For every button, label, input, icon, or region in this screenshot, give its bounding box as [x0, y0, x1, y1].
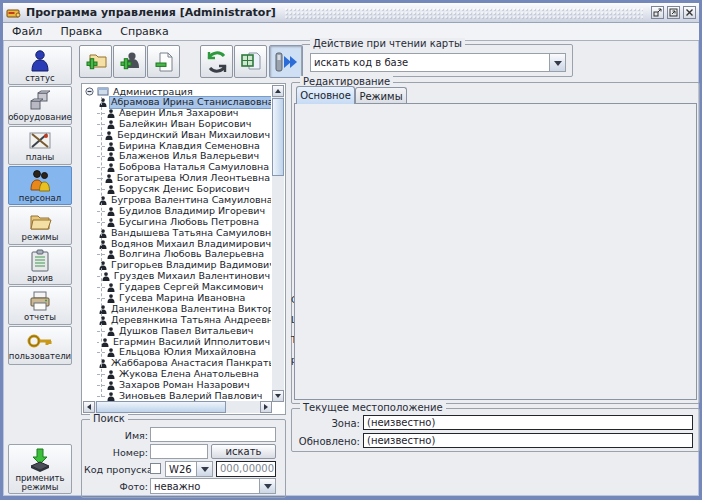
chevron-down-icon[interactable] — [259, 479, 275, 493]
current-location-title: Текущее местоположение — [300, 402, 446, 413]
card-reader-icon — [273, 50, 299, 74]
reports-printer-icon — [28, 290, 52, 312]
tree-branch — [97, 342, 99, 343]
collapse-handle-icon[interactable] — [85, 87, 94, 96]
add-person-button[interactable] — [113, 45, 146, 78]
window-title: Программа управления [Administrator] — [26, 6, 276, 19]
search-pass-code-input[interactable]: 000,00000 — [216, 461, 276, 477]
apply-modes-label: применить режимы — [12, 474, 68, 492]
person-icon — [107, 370, 115, 379]
sidebar-item-reports[interactable]: отчеты — [8, 286, 72, 325]
person-icon — [107, 185, 115, 194]
search-photo-value: неважно — [151, 480, 259, 493]
scroll-left-button[interactable] — [83, 401, 95, 413]
app-window: Программа управления [Administrator] Фай… — [0, 0, 702, 500]
remove-button[interactable] — [147, 45, 180, 78]
person-icon — [107, 294, 115, 303]
refresh-button[interactable] — [200, 45, 233, 78]
sidebar-item-label: режимы — [22, 233, 59, 242]
maximize-icon — [669, 8, 678, 17]
person-icon — [107, 250, 115, 259]
current-location-group: Текущее местоположение Зона: (неизвестно… — [291, 408, 700, 452]
sidebar-item-label: планы — [26, 153, 54, 162]
menu-help[interactable]: Справка — [111, 25, 177, 38]
card-reader-toggle[interactable] — [269, 45, 303, 78]
export-image-icon — [239, 50, 263, 74]
page-minus-icon — [152, 50, 176, 74]
status-person-icon — [29, 49, 51, 73]
scroll-down-button[interactable] — [272, 390, 284, 402]
person-icon — [102, 272, 110, 281]
zone-label: Зона: — [302, 418, 360, 429]
personnel-tree: Администрация Абрамова Ирина Станиславов… — [83, 85, 271, 402]
person-icon — [107, 283, 115, 292]
scroll-up-button[interactable] — [272, 85, 284, 97]
person-icon — [107, 327, 115, 336]
sidebar-item-equipment[interactable]: оборудование — [8, 86, 72, 125]
sidebar-item-label: отчеты — [24, 313, 56, 322]
tree-person-name: Бердинский Иван Михаилович — [116, 130, 271, 141]
chevron-down-icon[interactable] — [549, 54, 565, 71]
minimize-icon — [653, 8, 662, 17]
person-icon — [107, 142, 115, 151]
scroll-right-button[interactable] — [260, 401, 272, 413]
sidebar-item-users[interactable]: пользователи — [8, 326, 72, 365]
search-button[interactable]: искать — [211, 444, 276, 459]
search-pass-code-checkbox[interactable] — [150, 463, 161, 474]
tree-vertical-scrollbar[interactable] — [272, 85, 284, 402]
menu-edit[interactable]: Правка — [51, 25, 111, 38]
tree-person-name: Вандышева Татьяна Самуиловна — [110, 228, 271, 239]
chevron-down-icon[interactable] — [196, 462, 212, 476]
sidebar-item-modes[interactable]: режимы — [8, 206, 72, 245]
title-bar[interactable]: Программа управления [Administrator] — [3, 3, 699, 23]
person-icon — [105, 131, 113, 140]
export-button[interactable] — [234, 45, 267, 78]
maximize-button[interactable] — [667, 6, 680, 19]
person-icon — [107, 348, 115, 357]
updated-field: (неизвестно) — [363, 433, 693, 448]
tree-root-label: Администрация — [112, 86, 194, 97]
vertical-scroll-thumb[interactable] — [272, 98, 284, 176]
window-frame: Программа управления [Administrator] Фай… — [3, 3, 699, 496]
tree-person-name: Душков Павел Витальевич — [118, 326, 254, 337]
person-icon — [107, 163, 115, 172]
person-icon — [107, 207, 115, 216]
search-number-input[interactable] — [150, 444, 208, 459]
person-icon — [107, 218, 115, 227]
horizontal-scroll-thumb[interactable] — [96, 401, 226, 413]
tab-modes[interactable]: Режимы — [355, 87, 407, 104]
app-icon — [6, 7, 22, 19]
card-action-select[interactable]: искать код в базе — [310, 53, 566, 72]
sidebar-item-plans[interactable]: планы — [8, 126, 72, 165]
search-pass-type-value: W26 — [166, 463, 196, 476]
search-pass-type-select[interactable]: W26 — [165, 461, 213, 477]
tree-branch — [97, 276, 100, 277]
tree-person-row[interactable]: Вандышева Татьяна Самуиловна — [83, 228, 271, 239]
tab-content-panel — [294, 103, 697, 400]
person-icon — [107, 109, 115, 118]
sidebar-item-label: персонал — [19, 194, 61, 203]
users-key-icon — [27, 331, 53, 351]
sidebar-item-status[interactable]: статус — [8, 46, 72, 85]
plans-icon — [28, 130, 52, 152]
person-icon — [105, 174, 113, 183]
close-button[interactable] — [683, 6, 696, 19]
sidebar-item-archive[interactable]: архив — [8, 246, 72, 285]
person-icon — [101, 338, 109, 347]
sidebar-item-label: пользователи — [9, 352, 71, 361]
tree-horizontal-scrollbar[interactable] — [83, 401, 272, 413]
search-name-input[interactable] — [150, 427, 276, 442]
tree-person-row[interactable]: Душков Павел Витальевич — [83, 326, 271, 337]
add-department-button[interactable] — [79, 45, 112, 78]
sidebar-item-personnel[interactable]: персонал — [8, 166, 72, 205]
tree-person-row[interactable]: Бердинский Иван Михаилович — [83, 130, 271, 141]
person-icon — [107, 120, 115, 129]
search-photo-select[interactable]: неважно — [150, 478, 276, 494]
apply-modes-button[interactable]: применить режимы — [8, 444, 72, 494]
archive-clipboard-icon — [30, 249, 50, 273]
tree-guide-line — [101, 97, 102, 397]
menu-file[interactable]: Файл — [3, 25, 51, 38]
tab-main[interactable]: Основное — [296, 86, 355, 104]
minimize-button[interactable] — [651, 6, 664, 19]
card-action-value: искать код в базе — [311, 56, 549, 69]
